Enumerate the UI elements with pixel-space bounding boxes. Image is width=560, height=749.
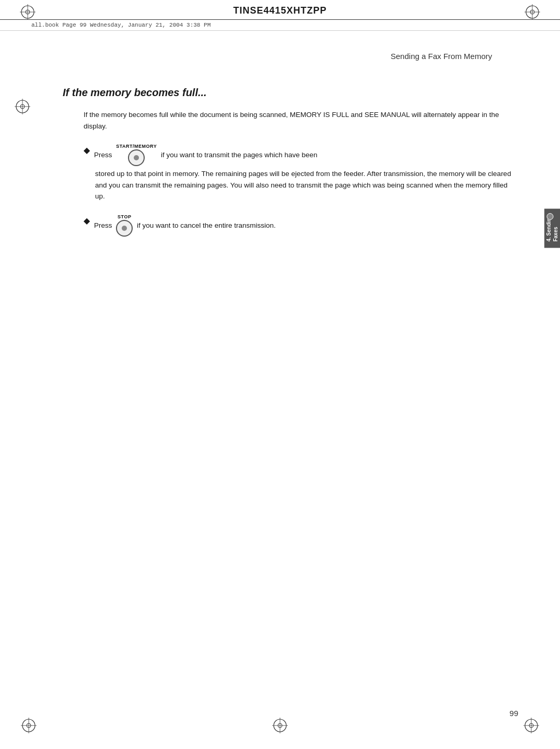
bullet-diamond-2: ◆	[84, 216, 90, 226]
stop-label: STOP	[118, 215, 131, 219]
page-title: Sending a Fax From Memory	[42, 52, 518, 61]
sidebar-tab: 4. Sending Faxes	[544, 209, 560, 248]
reg-mark-top-left	[20, 4, 36, 20]
sidebar-tab-indicator	[546, 213, 554, 220]
document-title: TINSE4415XHTZPP	[0, 0, 560, 20]
page-number-text: 99	[509, 709, 518, 718]
bullet-1-after-text: if you want to transmit the pages which …	[161, 151, 317, 159]
intro-paragraph: If the memory becomes full while the doc…	[84, 109, 512, 132]
reg-mark-mid-left	[15, 99, 30, 114]
svg-point-16	[547, 214, 553, 220]
bullet-2-after-text: if you want to cancel the entire transmi…	[137, 221, 276, 229]
stop-inner	[122, 226, 127, 231]
reg-mark-bottom-right	[523, 718, 539, 733]
bullet-item-2: ◆ Press STOP if you want to cancel the e…	[84, 215, 512, 237]
reg-mark-top-right	[524, 4, 540, 20]
stop-button: STOP	[116, 215, 133, 237]
press-label-1: Press	[94, 151, 112, 159]
intro-paragraph-text: If the memory becomes full while the doc…	[84, 111, 499, 130]
sidebar-tab-line2: Faxes	[553, 227, 558, 241]
bullet-diamond-1: ◆	[84, 145, 90, 155]
page-number: 99	[509, 709, 518, 718]
start-memory-circle	[128, 149, 145, 166]
press-label-2: Press	[94, 221, 112, 229]
file-info-text: all.book Page 99 Wednesday, January 21, …	[31, 22, 211, 28]
bottom-marks	[0, 718, 560, 733]
reg-mark-bottom-left	[21, 718, 37, 733]
bullet-1-text: Press START/MEMORY if you want to transm…	[94, 144, 317, 166]
page-title-text: Sending a Fax From Memory	[391, 52, 492, 61]
main-content: Sending a Fax From Memory If the memory …	[0, 31, 560, 270]
bullet-1-continuation: stored up to that point in memory. The r…	[95, 168, 512, 202]
bullet-item-1: ◆ Press START/MEMORY if you want to tran…	[84, 144, 512, 202]
start-memory-button: START/MEMORY	[116, 144, 157, 166]
section-heading-text: If the memory becomes full...	[63, 87, 207, 98]
stop-circle	[116, 220, 133, 237]
start-memory-label: START/MEMORY	[116, 144, 157, 149]
section-heading: If the memory becomes full...	[63, 87, 518, 99]
reg-mark-bottom-center	[272, 718, 288, 733]
bullet-2-text: Press STOP if you want to cancel the ent…	[94, 215, 276, 237]
bullet-1-continuation-text: stored up to that point in memory. The r…	[95, 170, 511, 200]
start-memory-inner	[134, 155, 139, 160]
file-info-bar: all.book Page 99 Wednesday, January 21, …	[0, 20, 560, 31]
title-text: TINSE4415XHTZPP	[233, 5, 326, 16]
